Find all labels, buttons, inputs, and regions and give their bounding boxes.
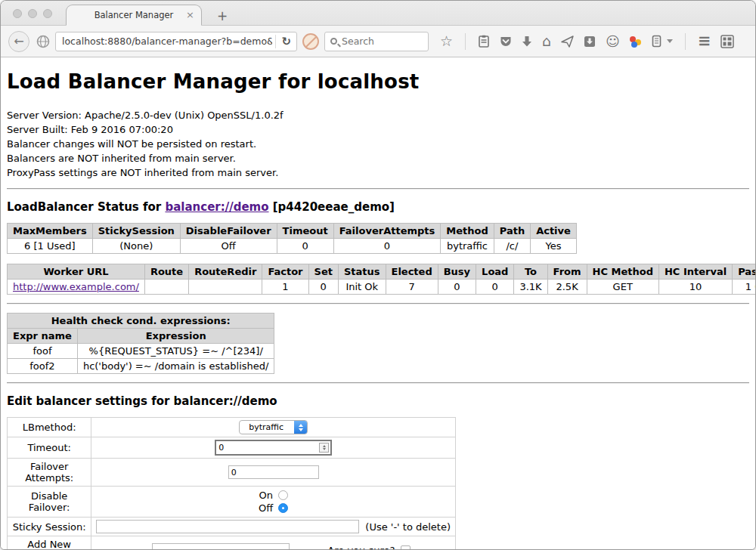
- cell-expression: hc('body') =~ /domain is established/: [77, 359, 274, 374]
- column-header: Elected: [386, 264, 438, 280]
- column-header: Expression: [77, 329, 274, 344]
- timeout-input[interactable]: [216, 441, 319, 454]
- table-row: 6 [1 Used] (None) Off 0 0 bytraffic /c/ …: [8, 239, 577, 254]
- radio-on-label: On: [259, 489, 272, 502]
- url-bar[interactable]: localhost:8880/balancer-manager?b=demo&n…: [55, 32, 297, 51]
- column-header: Status: [338, 264, 386, 280]
- server-built: Server Built: Feb 9 2016 07:00:20: [7, 122, 749, 137]
- number-spinner-icon[interactable]: [319, 443, 329, 453]
- cell-worker-url: http://www.example.com/: [8, 280, 145, 295]
- radio-on[interactable]: [278, 490, 288, 500]
- form-row-sticky: Sticky Session: (Use '-' to delete): [8, 518, 456, 536]
- window-controls[interactable]: [13, 9, 52, 18]
- form-row-timeout: Timeout:: [8, 437, 456, 459]
- worker-table: Worker URL Route RouteRedir Factor Set S…: [7, 264, 755, 295]
- divider: [7, 382, 749, 384]
- column-header: Busy: [438, 264, 476, 280]
- back-button[interactable]: ←: [8, 31, 29, 52]
- toolbar-divider: [685, 33, 686, 50]
- failover-input[interactable]: [228, 465, 319, 479]
- sticky-label: Sticky Session:: [8, 518, 91, 536]
- cell-timeout: 0: [277, 239, 333, 254]
- lbmethod-select[interactable]: bytraffic: [239, 420, 308, 434]
- proxypass-note: ProxyPass settings are NOT inherited fro…: [7, 165, 749, 180]
- column-header: Set: [308, 264, 338, 280]
- chevron-down-icon[interactable]: [667, 39, 673, 43]
- browser-window: Balancer Manager × + ← localhost:8880/ba…: [0, 0, 756, 550]
- home-icon[interactable]: ⌂: [542, 34, 551, 48]
- failover-label: Failover Attempts:: [8, 459, 91, 487]
- column-header: Method: [441, 224, 494, 239]
- column-header: Route: [144, 264, 188, 280]
- worker-url-link[interactable]: http://www.example.com/: [13, 281, 139, 292]
- balancer-demo-link[interactable]: balancer://demo: [165, 200, 268, 214]
- column-header: Factor: [262, 264, 308, 280]
- column-header: FailoverAttempts: [333, 224, 441, 239]
- radio-off-label: Off: [259, 502, 273, 514]
- new-tab-button[interactable]: +: [212, 8, 232, 23]
- form-row-failover: Failover Attempts:: [8, 459, 456, 487]
- minimize-window-button[interactable]: [28, 9, 37, 18]
- worker-row: http://www.example.com/ 1 0 Init Ok 7 0 …: [8, 280, 756, 295]
- sticky-session-input[interactable]: [96, 520, 359, 533]
- url-divider: [275, 35, 276, 48]
- column-header: HC Interval: [658, 264, 732, 280]
- tab-balancer-manager[interactable]: Balancer Manager ×: [66, 5, 202, 26]
- add-worker-label: Add New Worker:: [8, 536, 91, 550]
- reading-list-icon[interactable]: [478, 35, 490, 48]
- column-header: MaxMembers: [8, 224, 93, 239]
- table-header-row: MaxMembers StickySession DisableFailover…: [8, 224, 577, 239]
- reload-icon[interactable]: ↻: [279, 35, 293, 48]
- health-check-table: Health check cond. expressions: Expr nam…: [7, 313, 274, 374]
- column-header: From: [547, 264, 587, 280]
- cell-disablefailover: Off: [180, 239, 277, 254]
- inherit-note: Balancers are NOT inherited from main se…: [7, 151, 749, 165]
- downloads-icon[interactable]: [522, 36, 532, 48]
- health-table-title: Health check cond. expressions:: [8, 314, 274, 329]
- cell-status: Init Ok: [338, 280, 386, 295]
- chat-smiley-icon[interactable]: ☺: [606, 35, 620, 48]
- content-blocked-icon[interactable]: [302, 33, 319, 50]
- form-row-disable-failover: Disable Failover: On Off: [8, 487, 456, 518]
- menu-icon[interactable]: ≡: [698, 33, 711, 49]
- column-header: Load: [476, 264, 514, 280]
- tab-bar: Balancer Manager × +: [1, 1, 755, 26]
- cell-active: Yes: [531, 239, 577, 254]
- column-header: Worker URL: [8, 264, 145, 280]
- cell-elected: 7: [386, 280, 438, 295]
- send-tab-icon[interactable]: [561, 36, 574, 48]
- new-worker-input[interactable]: [152, 543, 290, 549]
- bookmark-star-icon[interactable]: ☆: [440, 34, 453, 48]
- cell-path: /c/: [494, 239, 530, 254]
- cell-to: 3.1K: [514, 280, 547, 295]
- pocket-icon[interactable]: [500, 36, 512, 48]
- search-bar[interactable]: [324, 32, 429, 51]
- tab-groups-icon[interactable]: [720, 35, 734, 48]
- close-window-button[interactable]: [13, 9, 22, 18]
- sticky-note: (Use '-' to delete): [365, 521, 451, 533]
- form-row-lbmethod: LBmethod: bytraffic: [8, 418, 456, 437]
- back-icon: ←: [14, 34, 23, 48]
- colorful-extension-icon[interactable]: [630, 36, 642, 48]
- lbmethod-selected-value: bytraffic: [240, 422, 294, 432]
- divider: [7, 188, 749, 190]
- container-icon[interactable]: [652, 35, 662, 48]
- search-input[interactable]: [342, 36, 423, 47]
- loadbalancer-status-heading: LoadBalancer Status for balancer://demo …: [7, 200, 749, 214]
- zoom-window-button[interactable]: [43, 9, 52, 18]
- are-you-sure-checkbox[interactable]: [401, 545, 411, 550]
- cell-maxmembers: 6 [1 Used]: [8, 239, 93, 254]
- extension-download-icon[interactable]: [584, 36, 596, 48]
- column-header: HC Method: [587, 264, 658, 280]
- radio-off[interactable]: [278, 503, 288, 513]
- are-you-sure-label: Are you sure?: [327, 545, 395, 550]
- cell-routeredir: [189, 280, 262, 295]
- url-text[interactable]: localhost:8880/balancer-manager?b=demo&n…: [62, 36, 272, 47]
- table-header-row: Expr name Expression: [8, 329, 274, 344]
- lbmethod-label: LBmethod:: [8, 418, 91, 437]
- edit-balancer-heading: Edit balancer settings for balancer://de…: [7, 394, 749, 408]
- cell-load: 0: [476, 280, 514, 295]
- select-stepper-icon: [294, 420, 307, 434]
- column-header: Timeout: [277, 224, 333, 239]
- tab-close-icon[interactable]: ×: [186, 9, 194, 20]
